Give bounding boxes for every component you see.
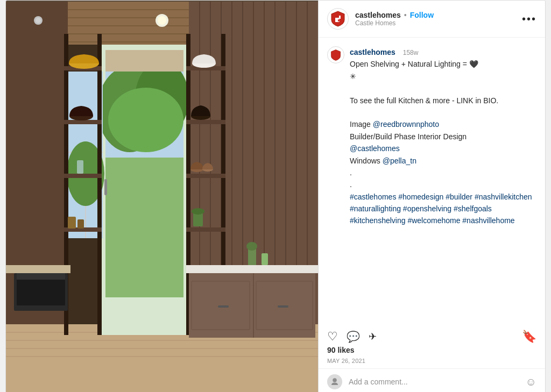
caption-row: castlehomes 158w Open Shelving + Natural…	[327, 46, 536, 227]
instagram-post: C castlehomes • Follow Castle Homes •••	[5, 0, 546, 392]
post-image	[6, 1, 318, 392]
header-text: castlehomes • Follow Castle Homes	[355, 11, 518, 27]
likes-count: 90 likes	[319, 344, 545, 357]
caption-image-label: Image	[350, 120, 373, 129]
header-username[interactable]: castlehomes	[355, 11, 401, 19]
svg-rect-42	[64, 174, 102, 178]
more-options-button[interactable]: •••	[522, 13, 536, 25]
caption-username[interactable]: castlehomes	[350, 48, 395, 56]
save-button[interactable]: 🔖	[522, 330, 536, 344]
comment-input-field[interactable]	[349, 377, 519, 386]
svg-rect-39	[97, 34, 102, 335]
profile-avatar[interactable]: C	[327, 8, 349, 30]
svg-text:C: C	[336, 18, 340, 23]
caption-windows-link[interactable]: @pella_tn	[383, 156, 416, 165]
header-top-row: castlehomes • Follow	[355, 11, 518, 19]
caption-line2: ✳	[350, 72, 356, 81]
svg-rect-31	[105, 50, 183, 72]
caption-photographer[interactable]: @reedbrownnphoto	[373, 120, 439, 129]
post-date: May 26, 2021	[319, 357, 545, 368]
follow-button[interactable]: Follow	[410, 11, 434, 19]
kitchen-image-svg	[6, 1, 318, 392]
caption-text-block: castlehomes 158w Open Shelving + Natural…	[350, 46, 536, 227]
commenter-avatar-icon	[330, 377, 340, 387]
svg-rect-32	[104, 179, 107, 195]
dot-separator: •	[404, 11, 407, 19]
svg-rect-47	[186, 120, 225, 124]
caption-builder-link[interactable]: @castlehomes	[350, 144, 400, 153]
svg-rect-71	[278, 305, 288, 308]
comment-button[interactable]: 💬	[347, 330, 360, 343]
svg-rect-49	[186, 227, 225, 232]
share-button[interactable]: ✈	[369, 331, 377, 343]
caption-windows-label: Windows	[350, 156, 383, 165]
svg-rect-48	[186, 174, 225, 178]
caption-line4: To see the full Kitchen & more - LINK in…	[350, 96, 498, 105]
add-comment-row: ☺	[319, 368, 545, 392]
svg-point-30	[108, 88, 183, 152]
emoji-button[interactable]: ☺	[526, 376, 536, 388]
like-button[interactable]: ♡	[327, 330, 338, 344]
svg-rect-54	[77, 219, 84, 229]
caption-dot1: .	[350, 168, 352, 177]
svg-rect-74	[262, 253, 268, 265]
svg-point-60	[192, 208, 204, 215]
header-subtitle: Castle Homes	[355, 19, 518, 27]
svg-rect-65	[186, 265, 318, 273]
svg-rect-70	[218, 305, 229, 308]
post-body: castlehomes 158w Open Shelving + Natural…	[319, 38, 545, 325]
caption-builder-label: Builder/Build Phase Interior Design	[350, 132, 467, 141]
svg-rect-61	[6, 265, 70, 273]
caption-avatar[interactable]	[327, 46, 344, 63]
svg-point-78	[36, 18, 41, 23]
caption-time: 158w	[403, 49, 419, 56]
svg-rect-63	[17, 279, 65, 305]
shield-icon: C	[330, 10, 345, 27]
caption-dot2: .	[350, 180, 352, 189]
svg-rect-64	[17, 273, 65, 280]
svg-rect-52	[77, 160, 83, 174]
post-actions-bar: ♡ 💬 ✈ 🔖	[319, 325, 545, 344]
caption-hashtags[interactable]: #castlehomes #homedesign #builder #nashv…	[350, 193, 532, 225]
commenter-avatar	[327, 374, 342, 389]
svg-point-76	[158, 16, 166, 25]
svg-rect-41	[64, 120, 102, 124]
svg-point-73	[246, 242, 257, 251]
post-header: C castlehomes • Follow Castle Homes •••	[319, 1, 545, 38]
svg-point-80	[333, 378, 337, 382]
post-content-panel: C castlehomes • Follow Castle Homes •••	[318, 1, 545, 392]
caption-shield-icon	[330, 49, 341, 61]
caption-line1: Open Shelving + Natural Lighting = 🖤	[350, 60, 478, 68]
svg-rect-53	[68, 217, 76, 229]
